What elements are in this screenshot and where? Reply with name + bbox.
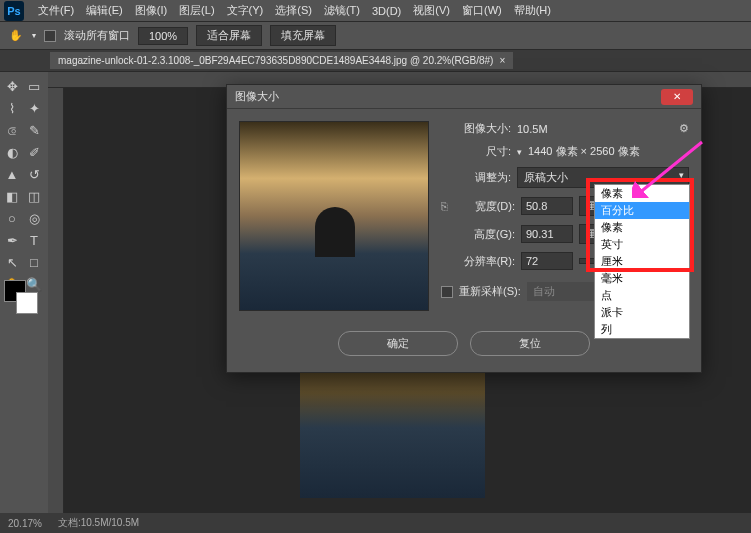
cancel-button[interactable]: 复位 [470, 331, 590, 356]
image-size-label: 图像大小: [441, 121, 511, 136]
document-tabbar: magazine-unlock-01-2.3.1008-_0BF29A4EC79… [0, 50, 751, 72]
type-tool[interactable]: T [24, 230, 44, 250]
healing-tool[interactable]: ◐ [2, 142, 22, 162]
fit-to-label: 调整为: [441, 170, 511, 185]
dropdown-item[interactable]: 列 [595, 321, 689, 338]
tab-close-icon[interactable]: × [499, 55, 505, 66]
document-tab[interactable]: magazine-unlock-01-2.3.1008-_0BF29A4EC79… [50, 52, 513, 69]
width-label: 宽度(D): [459, 199, 515, 214]
ruler-vertical [48, 88, 64, 513]
brush-tool[interactable]: ✐ [24, 142, 44, 162]
move-tool[interactable]: ✥ [2, 76, 22, 96]
menu-filter[interactable]: 滤镜(T) [318, 1, 366, 20]
tool-dropdown-icon[interactable]: ▾ [32, 31, 36, 40]
document-tab-title: magazine-unlock-01-2.3.1008-_0BF29A4EC79… [58, 55, 493, 66]
dimensions-link-icon[interactable]: ▾ [517, 147, 522, 157]
dropdown-item[interactable]: 像素 [595, 219, 689, 236]
scroll-all-checkbox[interactable] [44, 30, 56, 42]
background-color[interactable] [16, 292, 38, 314]
menubar: Ps 文件(F) 编辑(E) 图像(I) 图层(L) 文字(Y) 选择(S) 滤… [0, 0, 751, 22]
dropdown-item[interactable]: 派卡 [595, 304, 689, 321]
magic-wand-tool[interactable]: ✦ [24, 98, 44, 118]
stamp-tool[interactable]: ▲ [2, 164, 22, 184]
menu-view[interactable]: 视图(V) [407, 1, 456, 20]
blur-tool[interactable]: ○ [2, 208, 22, 228]
history-brush-tool[interactable]: ↺ [24, 164, 44, 184]
dialog-titlebar: 图像大小 ✕ [227, 85, 701, 109]
path-tool[interactable]: ↖ [2, 252, 22, 272]
fill-screen-button[interactable]: 填充屏幕 [270, 25, 336, 46]
dimensions-value: 1440 像素 × 2560 像素 [528, 144, 640, 159]
resolution-label: 分辨率(R): [459, 254, 515, 269]
shape-tool[interactable]: □ [24, 252, 44, 272]
dialog-title-text: 图像大小 [235, 89, 279, 104]
unit-dropdown: 像素 百分比 像素 英寸 厘米 毫米 点 派卡 列 [594, 184, 690, 339]
width-input[interactable]: 50.8 [521, 197, 573, 215]
marquee-tool[interactable]: ▭ [24, 76, 44, 96]
ok-button[interactable]: 确定 [338, 331, 458, 356]
menu-help[interactable]: 帮助(H) [508, 1, 557, 20]
dialog-close-button[interactable]: ✕ [661, 89, 693, 105]
pen-tool[interactable]: ✒ [2, 230, 22, 250]
dimensions-label: 尺寸: [441, 144, 511, 159]
menu-window[interactable]: 窗口(W) [456, 1, 508, 20]
image-preview [239, 121, 429, 311]
crop-tool[interactable]: ⟃ [2, 120, 22, 140]
zoom-100-button[interactable]: 100% [138, 27, 188, 45]
hand-tool-icon[interactable]: ✋ [8, 28, 24, 44]
options-bar: ✋ ▾ 滚动所有窗口 100% 适合屏幕 填充屏幕 [0, 22, 751, 50]
dropdown-item-highlighted[interactable]: 百分比 [595, 202, 689, 219]
menu-file[interactable]: 文件(F) [32, 1, 80, 20]
status-bar: 20.17% 文档:10.5M/10.5M [0, 513, 751, 533]
dropdown-item[interactable]: 点 [595, 287, 689, 304]
fit-screen-button[interactable]: 适合屏幕 [196, 25, 262, 46]
image-size-value: 10.5M [517, 123, 548, 135]
menu-select[interactable]: 选择(S) [269, 1, 318, 20]
dropdown-item[interactable]: 毫米 [595, 270, 689, 287]
resolution-input[interactable]: 72 [521, 252, 573, 270]
dropdown-item[interactable]: 厘米 [595, 253, 689, 270]
color-swatches [4, 280, 44, 320]
resample-label: 重新采样(S): [459, 284, 521, 299]
tools-panel: ✥ ▭ ⌇ ✦ ⟃ ✎ ◐ ✐ ▲ ↺ ◧ ◫ ○ ◎ ✒ T ↖ □ ✋ 🔍 [0, 72, 48, 298]
menu-image[interactable]: 图像(I) [129, 1, 173, 20]
dodge-tool[interactable]: ◎ [24, 208, 44, 228]
resample-checkbox[interactable] [441, 286, 453, 298]
app-logo: Ps [4, 1, 24, 21]
menu-3d[interactable]: 3D(D) [366, 3, 407, 19]
constrain-link-icon[interactable]: ⎘ [441, 200, 453, 212]
menu-layer[interactable]: 图层(L) [173, 1, 220, 20]
status-zoom[interactable]: 20.17% [8, 518, 42, 529]
status-doc-size: 文档:10.5M/10.5M [58, 516, 139, 530]
lasso-tool[interactable]: ⌇ [2, 98, 22, 118]
menu-edit[interactable]: 编辑(E) [80, 1, 129, 20]
scroll-all-label: 滚动所有窗口 [64, 28, 130, 43]
menu-type[interactable]: 文字(Y) [221, 1, 270, 20]
eraser-tool[interactable]: ◧ [2, 186, 22, 206]
height-input[interactable]: 90.31 [521, 225, 573, 243]
height-label: 高度(G): [459, 227, 515, 242]
gear-icon[interactable]: ⚙ [679, 122, 689, 135]
dropdown-item[interactable]: 像素 [595, 185, 689, 202]
gradient-tool[interactable]: ◫ [24, 186, 44, 206]
eyedropper-tool[interactable]: ✎ [24, 120, 44, 140]
dropdown-item[interactable]: 英寸 [595, 236, 689, 253]
